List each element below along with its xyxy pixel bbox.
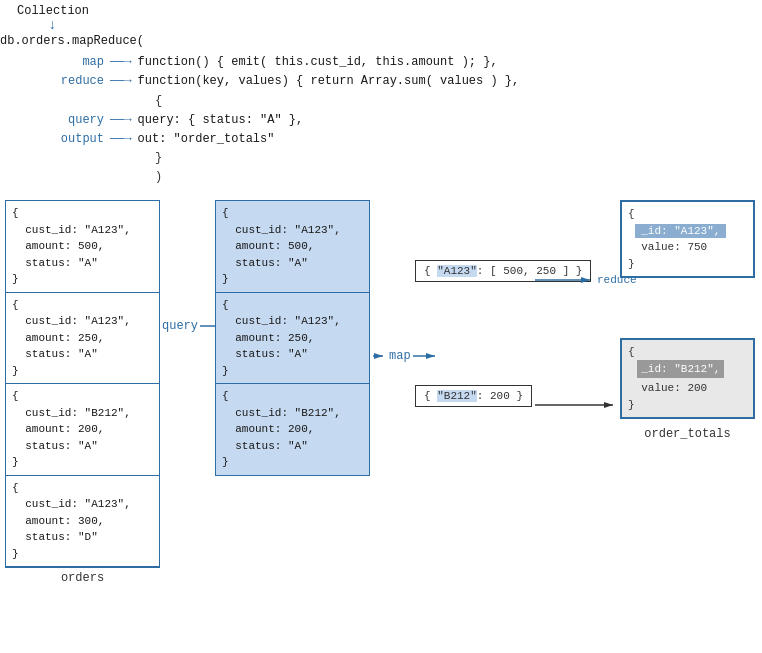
map-value: function() { emit( this.cust_id, this.am… <box>138 53 498 72</box>
order-record-1: { cust_id: "A123", amount: 500, status: … <box>6 201 159 293</box>
open-brace: { <box>155 92 162 111</box>
diagram: { cust_id: "A123", amount: 500, status: … <box>0 200 762 650</box>
output-box-b212: { _id: "B212", value: 200 } <box>620 338 755 419</box>
code-block: db.orders.mapReduce( map ——→ function() … <box>0 32 762 188</box>
orders-collection-box: { cust_id: "A123", amount: 500, status: … <box>5 200 160 568</box>
code-line-1: db.orders.mapReduce( <box>0 32 144 51</box>
output-box-a123: { _id: "A123", value: 750 } <box>620 200 755 278</box>
reduce-arrow-icon: ——→ <box>110 72 132 91</box>
map-arrow-group: map <box>373 348 439 364</box>
reduce-value: function(key, values) { return Array.sum… <box>138 72 520 91</box>
reduce-arrow-2-svg <box>535 397 617 413</box>
query-arrow-icon: ——→ <box>110 111 132 130</box>
map-label: map <box>52 53 104 72</box>
query-value: query: { status: "A" }, <box>138 111 304 130</box>
collection-label: Collection <box>17 4 762 18</box>
down-arrow-icon: ↓ <box>48 18 762 32</box>
reduce-arrow-1-svg <box>535 272 595 288</box>
filtered-record-2: { cust_id: "A123", amount: 250, status: … <box>216 293 369 385</box>
order-record-4: { cust_id: "A123", amount: 300, status: … <box>6 476 159 568</box>
code-section: Collection ↓ db.orders.mapReduce( map ——… <box>0 4 762 188</box>
close-paren: ) <box>155 168 162 187</box>
map-arrow-end-svg <box>413 348 439 364</box>
close-brace: } <box>155 149 162 168</box>
reduce-label: reduce <box>52 72 104 91</box>
query-label-text: query <box>162 319 198 333</box>
filtered-box: { cust_id: "A123", amount: 500, status: … <box>215 200 370 476</box>
orders-label: orders <box>6 571 159 585</box>
map-label-text: map <box>389 349 411 363</box>
map-arrow-icon: ——→ <box>110 53 132 72</box>
order-totals-label: order_totals <box>620 427 755 441</box>
order-record-2: { cust_id: "A123", amount: 250, status: … <box>6 293 159 385</box>
output-section: { _id: "A123", value: 750 } { _id: "B212… <box>620 200 755 441</box>
output-value: out: "order_totals" <box>138 130 275 149</box>
query-label: query <box>52 111 104 130</box>
filtered-record-3: { cust_id: "B212", amount: 200, status: … <box>216 384 369 475</box>
reduce-arrow-2 <box>535 397 617 413</box>
kv-box-b212: { "B212": 200 } <box>415 385 532 407</box>
output-arrow-icon: ——→ <box>110 130 132 149</box>
order-record-3: { cust_id: "B212", amount: 200, status: … <box>6 384 159 476</box>
filtered-record-1: { cust_id: "A123", amount: 500, status: … <box>216 201 369 293</box>
output-label: output <box>52 130 104 149</box>
map-arrow-start-svg <box>373 348 387 364</box>
kv-pair-2: { "B212": 200 } <box>415 385 532 467</box>
